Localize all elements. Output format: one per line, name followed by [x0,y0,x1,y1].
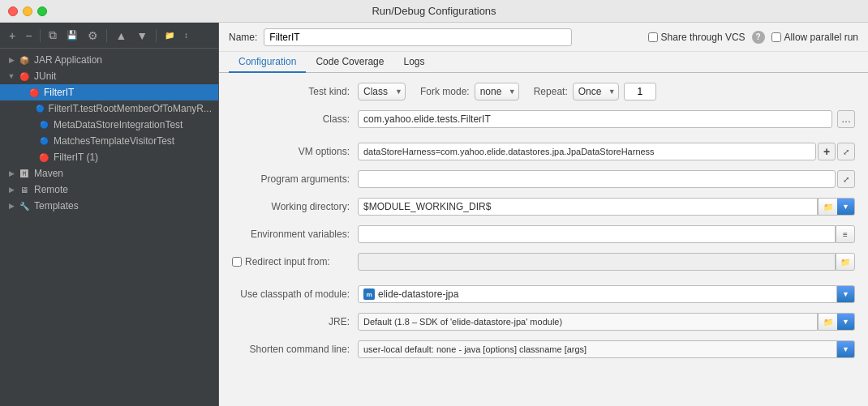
sidebar-item-label-matches: MatchesTemplateVisitorTest [54,135,174,147]
shorten-row: Shorten command line: ▼ [232,339,855,360]
repeat-select-wrap: Once ▼ [573,83,619,100]
redirect-checkbox[interactable] [232,257,242,267]
form-area: Test kind: Class ▼ Fork mode: none ▼ [219,73,868,406]
sidebar-item-filterit[interactable]: 🔴 FilterIT [0,84,218,100]
env-vars-edit-button[interactable]: ≡ [836,225,855,243]
working-dir-input[interactable] [358,198,818,216]
jre-input[interactable] [358,313,818,331]
class-input[interactable] [358,110,832,128]
expand-arrow-maven: ▶ [6,169,16,178]
jre-row: JRE: 📁 ▼ [232,311,855,332]
settings-button[interactable]: ⚙ [84,27,102,45]
vm-options-expand-button[interactable]: ⤢ [837,143,855,160]
tab-code-coverage[interactable]: Code Coverage [306,52,393,73]
sidebar-item-label-remote: Remote [34,184,68,195]
shorten-dropdown-button[interactable]: ▼ [837,340,855,358]
sidebar-item-remote[interactable]: ▶ 🖥 Remote [0,182,218,198]
test-icon-filterit: 🔴 [28,86,41,99]
expand-arrow-test1 [26,104,33,113]
toolbar-separator-2 [106,29,107,42]
junit-icon: 🔴 [18,70,31,83]
jre-content: 📁 ▼ [358,313,855,331]
save-button[interactable]: 💾 [62,28,82,43]
vm-options-input[interactable] [358,143,816,160]
name-bar: Name: Share through VCS ? Allow parallel… [219,23,868,52]
redirect-content: 📁 [358,253,855,271]
jar-icon: 📦 [18,53,31,66]
share-vcs-text: Share through VCS [661,32,746,43]
main-layout: + − ⧉ 💾 ⚙ ▲ ▼ 📁 ↕ ▶ 📦 JAR Application ▼ … [0,23,868,406]
sidebar-item-maven[interactable]: ▶ 🅼 Maven [0,165,218,182]
add-button[interactable]: + [5,27,19,45]
sidebar-item-metadata[interactable]: 🔵 MetaDataStoreIntegrationTest [0,117,218,133]
jre-browse-button[interactable]: 📁 [818,313,837,331]
sidebar-item-filterit1[interactable]: 🔴 FilterIT (1) [0,149,218,165]
repeat-select[interactable]: Once [573,83,619,100]
move-up-button[interactable]: ▲ [111,27,131,45]
maximize-button[interactable] [37,6,47,16]
sort-button[interactable]: ↕ [180,28,192,42]
allow-parallel-text: Allow parallel run [784,32,858,43]
shorten-input[interactable] [358,340,837,358]
sidebar-item-label-jar: JAR Application [34,54,102,66]
repeat-num-input[interactable] [624,83,656,100]
test-kind-select[interactable]: Class [358,83,406,100]
working-dir-row: Working directory: 📁 ▼ [232,196,855,217]
share-vcs-checkbox[interactable] [648,32,658,42]
program-args-content: ⤢ [358,170,855,188]
move-down-button[interactable]: ▼ [132,27,152,45]
folder-button[interactable]: 📁 [161,28,178,42]
sidebar-item-filterit-test1[interactable]: 🔵 FilterIT.testRootMemberOfToManyR... [0,100,218,117]
name-right-controls: Share through VCS ? Allow parallel run [648,31,858,44]
allow-parallel-checkbox[interactable] [771,32,781,42]
redirect-label: Redirect input from: [232,256,358,267]
classpath-dropdown-button[interactable]: ▼ [837,285,855,303]
working-dir-browse-button[interactable]: 📁 [818,198,837,216]
program-args-input[interactable] [358,170,836,188]
sidebar-item-label-metadata: MetaDataStoreIntegrationTest [54,119,183,130]
jre-dropdown-button[interactable]: ▼ [837,313,855,331]
minimize-button[interactable] [23,6,32,16]
name-label: Name: [229,32,257,43]
working-dir-label: Working directory: [232,201,358,212]
content-panel: Name: Share through VCS ? Allow parallel… [219,23,868,406]
sidebar-item-junit[interactable]: ▼ 🔴 JUnit [0,68,218,84]
env-vars-label: Environment variables: [232,229,358,240]
sidebar-tree: ▶ 📦 JAR Application ▼ 🔴 JUnit 🔴 FilterIT… [0,49,218,406]
sidebar-item-matches[interactable]: 🔵 MatchesTemplateVisitorTest [0,133,218,149]
sidebar-item-jar-application[interactable]: ▶ 📦 JAR Application [0,52,218,68]
working-dir-dropdown-button[interactable]: ▼ [837,198,855,216]
class-browse-button[interactable]: … [837,110,855,128]
env-vars-input[interactable] [358,225,836,243]
redirect-text: Redirect input from: [245,256,330,267]
program-args-row: Program arguments: ⤢ [232,169,855,190]
share-help-icon[interactable]: ? [752,31,765,44]
allow-parallel-label: Allow parallel run [771,32,858,43]
expand-arrow-templates: ▶ [6,201,16,211]
test-icon-filterit1: 🔴 [37,151,50,164]
sidebar: + − ⧉ 💾 ⚙ ▲ ▼ 📁 ↕ ▶ 📦 JAR Application ▼ … [0,23,219,406]
tab-configuration[interactable]: Configuration [229,52,306,73]
expand-arrow-jar: ▶ [6,55,16,65]
expand-arrow-filterit1 [26,152,36,162]
name-input[interactable] [264,28,572,46]
class-row: Class: … [232,109,855,130]
sidebar-item-label-test1: FilterIT.testRootMemberOfToManyR... [49,103,212,114]
program-args-expand-button[interactable]: ⤢ [837,170,855,188]
vm-options-add-button[interactable]: + [818,143,836,160]
remove-button[interactable]: − [21,27,36,45]
tab-logs[interactable]: Logs [393,52,434,73]
expand-arrow-matches [26,136,36,146]
fork-mode-select[interactable]: none [475,83,519,100]
close-button[interactable] [8,6,18,16]
sidebar-item-templates[interactable]: ▶ 🔧 Templates [0,198,218,214]
vm-options-row: VM options: + ⤢ [232,141,855,162]
redirect-browse-button[interactable]: 📁 [836,253,855,271]
module-icon: m [363,288,375,300]
classpath-module-select[interactable]: m elide-datastore-jpa [358,285,837,303]
redirect-input[interactable] [358,253,836,271]
sidebar-item-label-maven: Maven [34,168,63,179]
expand-arrow-metadata [26,120,36,130]
class-label: Class: [232,113,358,125]
copy-button[interactable]: ⧉ [45,26,61,45]
